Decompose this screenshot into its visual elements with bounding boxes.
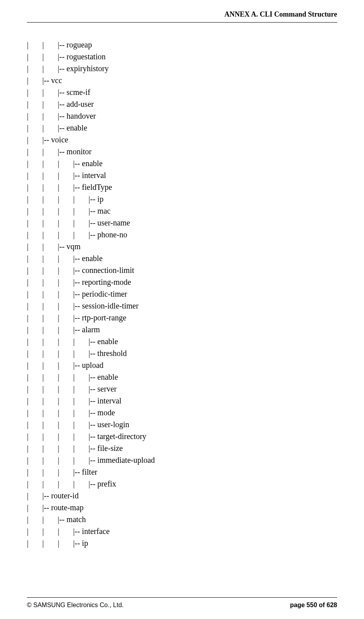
cli-tree-content: | | |-- rogueap| | |-- roguestation| | |…: [27, 39, 155, 549]
tree-line: | | |-- add-user: [27, 98, 155, 110]
tree-line: | | | |-- fieldType: [27, 181, 155, 193]
tree-line: | |-- router-id: [27, 490, 155, 502]
tree-line: | | | | |-- interval: [27, 395, 155, 407]
tree-line: | | |-- vqm: [27, 240, 155, 252]
tree-line: | | | | |-- file-size: [27, 442, 155, 454]
tree-line: | | | |-- upload: [27, 359, 155, 371]
tree-line: | | |-- monitor: [27, 146, 155, 157]
tree-line: | | | |-- session-idle-timer: [27, 300, 155, 312]
tree-line: | | | |-- rtp-port-range: [27, 312, 155, 324]
tree-line: | | |-- enable: [27, 122, 155, 134]
tree-line: | | | | |-- server: [27, 383, 155, 395]
tree-line: | | | |-- interface: [27, 525, 155, 537]
footer-page-number: page 550 of 628: [290, 602, 337, 609]
tree-line: | | | |-- periodic-timer: [27, 288, 155, 300]
tree-line: | | | | |-- ip: [27, 193, 155, 205]
tree-line: | | | |-- enable: [27, 252, 155, 264]
tree-line: | | | |-- enable: [27, 157, 155, 169]
tree-line: | | |-- match: [27, 513, 155, 525]
tree-line: | | | | |-- immediate-upload: [27, 454, 155, 466]
tree-line: | | | | |-- target-directory: [27, 430, 155, 442]
footer-divider: [27, 597, 337, 598]
tree-line: | | | | |-- mode: [27, 407, 155, 418]
tree-line: | | | | |-- enable: [27, 371, 155, 383]
tree-line: | | |-- expiryhistory: [27, 62, 155, 74]
tree-line: | |-- voice: [27, 134, 155, 146]
tree-line: | | |-- rogueap: [27, 39, 155, 51]
tree-line: | | |-- scme-if: [27, 86, 155, 98]
tree-line: | | | | |-- user-name: [27, 217, 155, 229]
tree-line: | | | |-- interval: [27, 169, 155, 181]
tree-line: | | | | |-- mac: [27, 205, 155, 217]
tree-line: | | | |-- alarm: [27, 324, 155, 335]
tree-line: | | | | |-- prefix: [27, 478, 155, 490]
tree-line: | | | |-- filter: [27, 466, 155, 478]
tree-line: | | | | |-- phone-no: [27, 229, 155, 240]
tree-line: | | | |-- reporting-mode: [27, 276, 155, 288]
tree-line: | |-- vcc: [27, 74, 155, 86]
tree-line: | | | |-- connection-limit: [27, 264, 155, 276]
tree-line: | | | |-- ip: [27, 537, 155, 549]
header-divider: [27, 22, 337, 23]
tree-line: | |-- route-map: [27, 502, 155, 513]
footer-copyright: © SAMSUNG Electronics Co., Ltd.: [27, 602, 124, 609]
tree-line: | | | | |-- threshold: [27, 347, 155, 359]
tree-line: | | |-- handover: [27, 110, 155, 122]
tree-line: | | | | |-- user-login: [27, 418, 155, 430]
tree-line: | | |-- roguestation: [27, 51, 155, 62]
tree-line: | | | | |-- enable: [27, 335, 155, 347]
page-header-title: ANNEX A. CLI Command Structure: [224, 10, 337, 19]
